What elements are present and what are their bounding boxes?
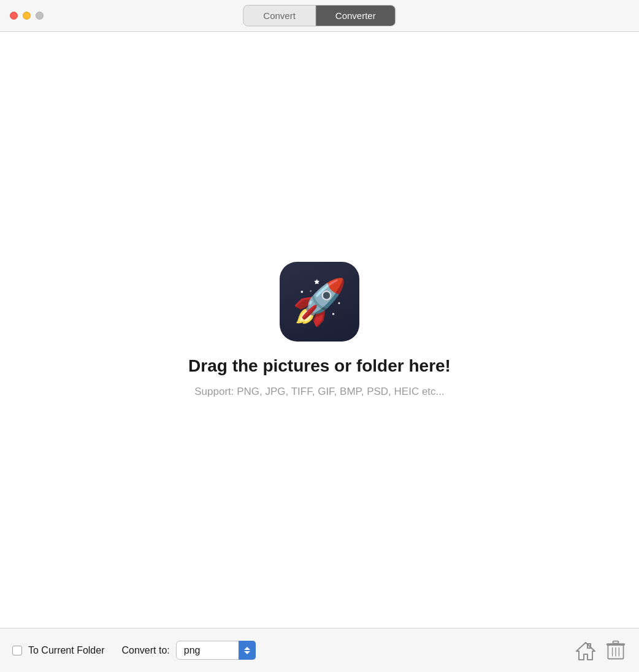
tab-group: Convert Converter bbox=[243, 5, 396, 26]
close-button[interactable] bbox=[10, 12, 18, 20]
drag-title: Drag the pictures or folder here! bbox=[188, 356, 451, 376]
current-folder-label: To Current Folder bbox=[28, 645, 105, 656]
trash-button[interactable] bbox=[605, 640, 627, 662]
current-folder-checkbox[interactable] bbox=[12, 646, 22, 655]
drop-area[interactable]: 🚀 Drag the pictures or folder here! Supp… bbox=[188, 262, 451, 398]
checkbox-group: To Current Folder bbox=[12, 645, 105, 656]
svg-rect-4 bbox=[613, 641, 619, 643]
app-icon: 🚀 bbox=[280, 262, 359, 342]
bottom-icons bbox=[574, 639, 627, 662]
home-icon bbox=[574, 639, 597, 662]
main-content: 🚀 Drag the pictures or folder here! Supp… bbox=[0, 32, 639, 628]
format-select-wrapper: png jpg tiff gif bmp pdf heic webp bbox=[176, 641, 256, 660]
bottom-bar: To Current Folder Convert to: png jpg ti… bbox=[0, 628, 639, 672]
minimize-button[interactable] bbox=[23, 12, 31, 20]
svg-marker-0 bbox=[576, 643, 595, 660]
tab-convert[interactable]: Convert bbox=[243, 6, 316, 26]
format-select[interactable]: png jpg tiff gif bmp pdf heic webp bbox=[176, 641, 256, 660]
home-button[interactable] bbox=[574, 639, 597, 662]
traffic-lights bbox=[10, 12, 44, 20]
drag-subtitle: Support: PNG, JPG, TIFF, GIF, BMP, PSD, … bbox=[194, 386, 445, 398]
maximize-button[interactable] bbox=[36, 12, 44, 20]
tab-converter[interactable]: Converter bbox=[316, 6, 396, 26]
title-bar: Convert Converter bbox=[0, 0, 639, 32]
trash-icon bbox=[605, 640, 627, 662]
convert-to-label: Convert to: bbox=[122, 645, 170, 656]
convert-to-group: Convert to: png jpg tiff gif bmp pdf hei… bbox=[122, 641, 256, 660]
